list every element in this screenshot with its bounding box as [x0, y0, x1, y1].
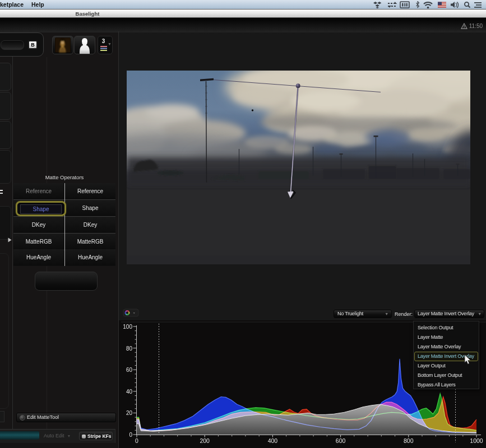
svg-text:80: 80: [126, 346, 133, 352]
svg-text:200: 200: [200, 437, 210, 444]
svg-text:800: 800: [404, 437, 414, 444]
svg-text:400: 400: [268, 437, 278, 444]
svg-text:60: 60: [126, 367, 133, 373]
svg-text:100: 100: [123, 324, 132, 330]
svg-text:0: 0: [129, 432, 132, 438]
svg-text:20: 20: [126, 410, 133, 416]
svg-text:0: 0: [135, 437, 138, 444]
svg-text:1000: 1000: [470, 437, 483, 444]
svg-text:40: 40: [126, 389, 133, 395]
svg-text:600: 600: [336, 437, 346, 444]
